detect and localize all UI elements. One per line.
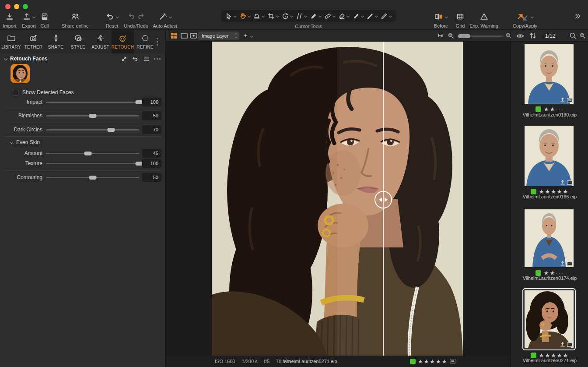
star-rating[interactable]: ★★··· bbox=[544, 106, 564, 113]
dark-circles-label: Dark Circles bbox=[0, 127, 42, 133]
multi-view-icon[interactable] bbox=[171, 33, 177, 39]
single-view-icon[interactable] bbox=[181, 33, 188, 39]
tab-overflow-menu-icon[interactable] bbox=[157, 38, 158, 46]
panel-more-icon[interactable] bbox=[154, 58, 161, 60]
impact-slider-handle[interactable] bbox=[136, 100, 143, 104]
browser-zoom-icon[interactable] bbox=[579, 32, 586, 40]
dark-circles-slider-handle[interactable] bbox=[108, 128, 115, 132]
thumbnail-0166[interactable] bbox=[525, 126, 574, 186]
tab-retouch-label: RETOUCH bbox=[112, 45, 134, 49]
pan-tool-button[interactable] bbox=[239, 13, 250, 20]
before-after-divider-handle[interactable] bbox=[374, 191, 392, 208]
metadata-list-icon[interactable] bbox=[450, 359, 455, 364]
thumbnail-0174-filename: VilhelmLauritzen0174.eip bbox=[511, 275, 588, 281]
copy-apply-button[interactable]: Copy/Apply bbox=[509, 12, 541, 28]
refine-icon bbox=[141, 34, 150, 43]
tab-library[interactable]: LIBRARY bbox=[0, 30, 22, 53]
panel-reset-icon[interactable] bbox=[132, 56, 138, 62]
zoom-window-button[interactable] bbox=[23, 4, 28, 9]
zoom-slider[interactable] bbox=[457, 35, 504, 37]
zoom-out-icon[interactable] bbox=[448, 32, 454, 40]
import-button[interactable]: Import bbox=[1, 12, 18, 28]
tab-style[interactable]: STYLE bbox=[67, 30, 89, 53]
reset-button[interactable]: Reset bbox=[100, 12, 124, 28]
share-online-button[interactable]: Share online bbox=[58, 12, 92, 28]
thumbnail-0271[interactable] bbox=[525, 290, 574, 348]
undo-redo-label: Undo/Redo bbox=[124, 23, 148, 28]
heal-tool-button[interactable] bbox=[324, 13, 335, 20]
loupe-tool-button[interactable] bbox=[253, 13, 264, 20]
contouring-value[interactable]: 50 bbox=[142, 173, 161, 182]
dark-circles-value[interactable]: 70 bbox=[142, 125, 161, 134]
proof-view-icon[interactable] bbox=[190, 33, 197, 39]
texture-slider[interactable] bbox=[46, 163, 139, 164]
thumbnail-0130[interactable] bbox=[525, 44, 574, 104]
radial-gradient-tool-button[interactable] bbox=[381, 13, 392, 20]
auto-adjust-button[interactable]: Auto Adjust bbox=[150, 12, 179, 28]
panel-collapse-chevron-icon[interactable] bbox=[4, 57, 7, 60]
tab-refine[interactable]: REFINE bbox=[134, 30, 156, 53]
close-window-button[interactable] bbox=[5, 4, 10, 9]
thumbnail-0130-rating[interactable]: ★★··· bbox=[511, 106, 588, 113]
tool-tab-bar: LIBRARY TETHER SHAPE STYLE ADJUST RETOUC… bbox=[0, 30, 165, 53]
portrait-photo bbox=[212, 42, 463, 356]
tab-retouch[interactable]: RETOUCH bbox=[112, 30, 134, 53]
amount-slider-handle[interactable] bbox=[84, 152, 91, 155]
impact-value[interactable]: 100 bbox=[142, 98, 161, 106]
tab-adjust[interactable]: ADJUST bbox=[89, 30, 112, 53]
undo-redo-button[interactable]: Undo/Redo bbox=[122, 12, 150, 28]
spot-removal-tool-button[interactable] bbox=[310, 13, 321, 20]
blemishes-slider[interactable] bbox=[46, 115, 139, 116]
undo-icon[interactable] bbox=[128, 12, 136, 21]
cull-button[interactable]: Cull bbox=[37, 12, 52, 28]
thumbnail-0271-photo bbox=[525, 290, 574, 348]
blemishes-slider-handle[interactable] bbox=[89, 114, 96, 118]
toolbar-overflow-icon[interactable] bbox=[574, 13, 581, 20]
add-layer-chevron-icon[interactable] bbox=[250, 35, 253, 38]
linear-gradient-tool-button[interactable] bbox=[367, 13, 378, 20]
crop-tool-button[interactable] bbox=[268, 13, 279, 20]
blemishes-value[interactable]: 50 bbox=[142, 111, 161, 120]
select-tool-button[interactable] bbox=[225, 13, 236, 20]
browser-filter-eye-icon[interactable] bbox=[516, 33, 524, 39]
amount-slider[interactable] bbox=[46, 153, 139, 154]
add-layer-button[interactable]: + bbox=[244, 32, 248, 39]
straighten-tool-button[interactable] bbox=[296, 13, 307, 20]
zoom-slider-handle[interactable] bbox=[458, 34, 470, 38]
amount-value[interactable]: 45 bbox=[142, 149, 161, 158]
export-button[interactable]: Export bbox=[19, 12, 38, 28]
rotate-tool-button[interactable] bbox=[282, 13, 293, 20]
fit-zoom-label[interactable]: Fit bbox=[438, 33, 444, 38]
green-color-tag[interactable] bbox=[410, 359, 416, 364]
thumbnail-0174[interactable] bbox=[525, 209, 574, 267]
publish-icon bbox=[560, 261, 565, 266]
search-icon[interactable] bbox=[570, 32, 576, 40]
sort-order-icon[interactable] bbox=[529, 32, 536, 40]
annotations-icon bbox=[567, 180, 572, 185]
before-toggle-button[interactable]: Before bbox=[429, 12, 453, 28]
dark-circles-slider[interactable] bbox=[46, 129, 139, 131]
grid-toggle-button[interactable]: Grid bbox=[452, 12, 468, 28]
green-color-tag[interactable] bbox=[536, 106, 541, 112]
layer-select[interactable]: Image Layer bbox=[198, 32, 239, 40]
show-detected-faces-checkbox[interactable] bbox=[13, 90, 18, 95]
contouring-slider-handle[interactable] bbox=[89, 176, 96, 180]
exposure-warning-button[interactable]: Exp. Warning bbox=[467, 12, 500, 28]
minimize-window-button[interactable] bbox=[14, 4, 19, 9]
texture-value[interactable]: 100 bbox=[142, 159, 161, 168]
texture-slider-handle[interactable] bbox=[136, 162, 143, 166]
erase-tool-button[interactable] bbox=[338, 13, 349, 20]
panel-presets-icon[interactable] bbox=[144, 56, 150, 61]
panel-detach-icon[interactable] bbox=[121, 56, 127, 62]
impact-slider[interactable] bbox=[46, 102, 139, 103]
detected-face-chip[interactable]: 1 bbox=[10, 64, 30, 83]
current-image-rating[interactable]: ★★★★★ bbox=[410, 358, 455, 365]
star-rating[interactable]: ★★★★★ bbox=[418, 358, 448, 365]
tab-tether[interactable]: TETHER bbox=[22, 30, 45, 53]
draw-mask-tool-button[interactable] bbox=[353, 13, 364, 20]
even-skin-section-header[interactable]: Even Skin bbox=[10, 139, 40, 145]
main-image bbox=[212, 42, 463, 356]
tab-shape[interactable]: SHAPE bbox=[45, 30, 67, 53]
redo-icon[interactable] bbox=[137, 12, 145, 21]
contouring-slider[interactable] bbox=[46, 177, 139, 178]
